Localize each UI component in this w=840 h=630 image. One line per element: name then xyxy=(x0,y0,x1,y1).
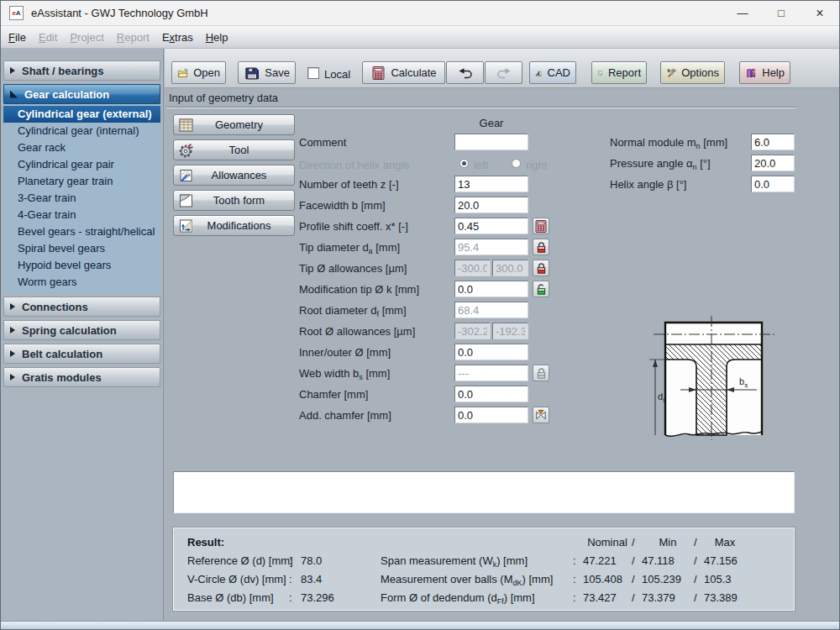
sidebar-section-gratis-modules[interactable]: Gratis modules xyxy=(3,367,160,387)
app-icon: eA xyxy=(9,6,24,20)
result-min: 73.379 xyxy=(642,591,694,604)
sidebar-section-shaft-bearings[interactable]: Shaft / bearings xyxy=(3,60,160,81)
helix-angle-label: Helix angle β [°] xyxy=(610,178,686,191)
sidebar-item-bevel-gears[interactable]: Bevel gears - straight/helical xyxy=(3,223,160,240)
comment-input[interactable] xyxy=(454,134,528,150)
normal-module-input[interactable] xyxy=(751,134,795,150)
result-label: Reference Ø (d) [mm] xyxy=(187,554,289,567)
sidebar-item-cylindrical-gear-internal[interactable]: Cylindrical gear (internal) xyxy=(3,123,160,139)
sidebar-section-connections[interactable]: Connections xyxy=(3,297,160,317)
root-allowance-lower-input[interactable] xyxy=(454,323,491,339)
add-chamfer-button[interactable] xyxy=(533,407,549,423)
sidebar-item-planetary-gear-train[interactable]: Planetary gear train xyxy=(3,173,160,190)
web-width-input[interactable] xyxy=(454,365,528,381)
helix-direction-label: Direction of helix angle xyxy=(299,159,410,171)
chamfer-label: Chamfer [mm] xyxy=(299,388,368,401)
sidebar-item-four-gear-train[interactable]: 4-Gear train xyxy=(3,207,160,223)
sidebar-item-cylindrical-gear-pair[interactable]: Cylindrical gear pair xyxy=(3,156,160,173)
folder-icon xyxy=(177,66,188,81)
chamfer-input[interactable] xyxy=(454,386,528,402)
tip-diameter-lock-button[interactable] xyxy=(533,239,549,255)
menu-report[interactable]: Report xyxy=(117,31,150,44)
pressure-angle-input[interactable] xyxy=(751,155,795,171)
options-button[interactable]: Options xyxy=(660,61,725,84)
tip-allowances-label: Tip Ø allowances [µm] xyxy=(299,262,407,275)
helix-right-radio[interactable] xyxy=(512,159,521,168)
tooth-form-tab-button[interactable]: Tooth form xyxy=(173,190,295,211)
profile-shift-calculator-button[interactable] xyxy=(533,218,549,234)
page-title: Input of geometry data xyxy=(169,92,278,104)
inner-outer-diameter-input[interactable] xyxy=(454,344,528,360)
profile-shift-input[interactable] xyxy=(454,218,528,234)
maximize-button[interactable]: □ xyxy=(762,1,801,25)
menu-extras[interactable]: Extras xyxy=(162,31,193,44)
gear-column-header: Gear xyxy=(454,117,528,129)
redo-button[interactable] xyxy=(485,61,522,84)
help-button[interactable]: ? Help xyxy=(739,61,790,84)
sidebar-item-cylindrical-gear-external[interactable]: Cylindrical gear (external) xyxy=(3,106,160,123)
green-open-lock-icon xyxy=(535,283,548,296)
add-chamfer-label: Add. chamfer [mm] xyxy=(299,409,391,422)
red-lock-icon xyxy=(535,262,548,275)
message-area[interactable] xyxy=(173,471,795,513)
sidebar-section-gear-calculation[interactable]: Gear calculation xyxy=(3,84,160,104)
helix-left-radio[interactable] xyxy=(459,159,469,168)
result-label: Span measurement (Wk) [mm] xyxy=(381,554,573,567)
open-button[interactable]: Open xyxy=(171,61,226,84)
root-diameter-label: Root diameter df [mm] xyxy=(299,304,407,317)
helix-angle-input[interactable] xyxy=(751,176,795,192)
tip-diameter-label: Tip diameter da [mm] xyxy=(299,241,400,254)
web-width-lock-button[interactable] xyxy=(533,365,549,381)
sidebar-item-spiral-bevel-gears[interactable]: Spiral bevel gears xyxy=(3,240,160,257)
close-button[interactable]: × xyxy=(801,1,839,25)
svg-text:?: ? xyxy=(752,70,755,76)
result-max: 47.156 xyxy=(704,554,746,567)
sidebar-item-hypoid-bevel-gears[interactable]: Hypoid bevel gears xyxy=(3,257,160,274)
sidebar-item-gear-rack[interactable]: Gear rack xyxy=(3,139,160,156)
tool-tab-button[interactable]: Tool xyxy=(173,139,295,160)
save-button[interactable]: Save xyxy=(238,61,296,84)
menu-project[interactable]: Project xyxy=(70,31,103,44)
pressure-angle-label: Pressure angle αn [°] xyxy=(610,157,711,170)
calculate-button[interactable]: Calculate xyxy=(362,61,445,84)
undo-button[interactable] xyxy=(446,61,484,84)
tip-allowance-upper-input[interactable] xyxy=(492,260,528,276)
set-square-pencil-icon xyxy=(535,66,543,81)
book-icon: ? xyxy=(745,66,757,81)
sidebar-item-worm-gears[interactable]: Worm gears xyxy=(3,274,160,291)
tip-allowances-lock-button[interactable] xyxy=(533,260,549,276)
section-label: Gear calculation xyxy=(24,88,109,101)
teeth-count-input[interactable] xyxy=(454,176,528,192)
collapsed-arrow-icon xyxy=(10,374,15,381)
root-allowances-label: Root Ø allowances [µm] xyxy=(299,325,415,338)
add-chamfer-input[interactable] xyxy=(454,407,528,423)
eassistant-window: eA eAssistant - GWJ Technology GmbH — □ … xyxy=(0,0,840,630)
modifications-tab-button[interactable]: Modifications xyxy=(173,215,295,236)
root-allowance-upper-input[interactable] xyxy=(492,323,528,339)
menu-file[interactable]: File xyxy=(8,31,26,44)
collapsed-arrow-icon xyxy=(10,327,15,333)
floppy-disk-icon xyxy=(244,66,260,81)
tip-modification-input[interactable] xyxy=(454,281,528,297)
root-diameter-input[interactable] xyxy=(454,302,528,318)
report-button[interactable]: Report xyxy=(591,61,647,84)
collapsed-arrow-icon xyxy=(10,303,15,310)
allowances-tab-button[interactable]: Allowances xyxy=(173,165,295,186)
sidebar-section-spring-calculation[interactable]: Spring calculation xyxy=(3,320,160,340)
tip-allowance-lower-input[interactable] xyxy=(454,260,491,276)
sidebar-section-belt-calculation[interactable]: Belt calculation xyxy=(3,344,160,364)
result-max: 73.389 xyxy=(704,591,746,604)
minimize-button[interactable]: — xyxy=(723,1,762,25)
section-label: Spring calculation xyxy=(22,324,117,337)
undo-arrow-icon xyxy=(457,67,474,79)
local-checkbox[interactable] xyxy=(307,67,319,79)
tip-diameter-input[interactable] xyxy=(454,239,528,255)
menu-edit[interactable]: Edit xyxy=(39,31,57,44)
cad-button[interactable]: CAD xyxy=(529,61,576,84)
result-nominal: 47.221 xyxy=(583,554,632,567)
sidebar-item-three-gear-train[interactable]: 3-Gear train xyxy=(3,190,160,207)
tip-modification-lock-button[interactable] xyxy=(533,281,549,297)
geometry-tab-button[interactable]: Geometry xyxy=(173,114,295,135)
facewidth-input[interactable] xyxy=(454,197,528,213)
menu-help[interactable]: Help xyxy=(206,31,228,44)
